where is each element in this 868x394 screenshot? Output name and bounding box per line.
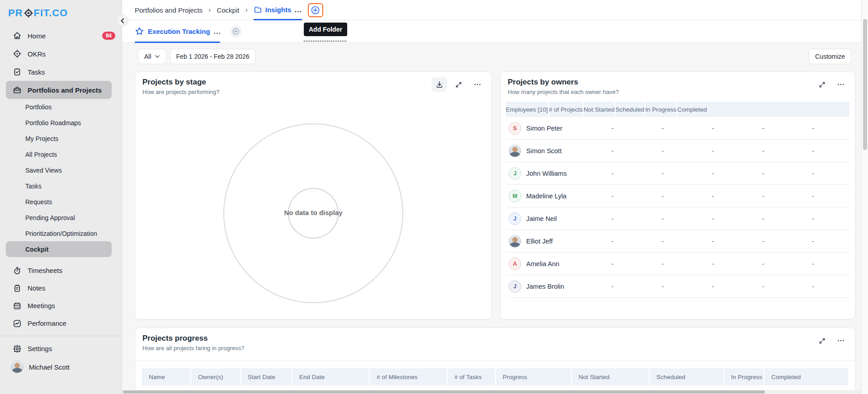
profit-co-logo[interactable]: PR FIT.CO bbox=[0, 0, 122, 20]
notepad-icon bbox=[13, 284, 22, 293]
cell-not-started: - bbox=[662, 283, 712, 290]
sidebar-nav: Home 94 OKRs Tasks Portfolios and Projec… bbox=[0, 27, 122, 376]
table-row[interactable]: J James Brolin - - - - - bbox=[506, 275, 849, 298]
add-folder-button[interactable] bbox=[308, 3, 323, 17]
column-header[interactable]: In Progress bbox=[723, 368, 764, 385]
breadcrumb-item-cockpit[interactable]: Cockpit bbox=[217, 6, 239, 14]
sidebar-subitem[interactable]: Cockpit bbox=[6, 241, 112, 257]
expand-icon bbox=[818, 81, 826, 89]
cell-num-projects: - bbox=[611, 147, 661, 155]
sidebar-item-okrs[interactable]: OKRs bbox=[0, 45, 122, 63]
column-header[interactable]: Completed bbox=[676, 102, 707, 117]
sidebar-item-timesheets[interactable]: Timesheets bbox=[0, 262, 122, 279]
avatar: J bbox=[509, 167, 521, 180]
column-header[interactable]: Completed bbox=[764, 368, 801, 385]
tab-options-icon[interactable]: ... bbox=[214, 28, 221, 36]
sidebar-collapse-button[interactable] bbox=[116, 14, 128, 27]
card-menu-button[interactable] bbox=[833, 77, 849, 92]
sidebar-subitem[interactable]: Portfolio Roadmaps bbox=[0, 115, 122, 131]
sidebar-item-notes[interactable]: Notes bbox=[0, 279, 122, 297]
tooltip-dotted-underline bbox=[304, 41, 346, 42]
expand-button[interactable] bbox=[814, 77, 830, 92]
table-row[interactable]: Simon Scott - - - - - bbox=[506, 140, 849, 162]
sidebar-item-performance[interactable]: Performance bbox=[0, 314, 122, 332]
sidebar-subitem[interactable]: Portfolios bbox=[0, 99, 122, 115]
column-header[interactable]: Employees [10] bbox=[506, 102, 548, 117]
sidebar-item-home[interactable]: Home 94 bbox=[0, 27, 122, 45]
star-icon bbox=[135, 27, 144, 36]
sidebar-subitem-label: All Projects bbox=[25, 151, 57, 158]
calendar-icon bbox=[13, 301, 22, 310]
column-header[interactable]: Scheduled bbox=[649, 368, 723, 385]
tab-execution-tracking[interactable]: Execution Tracking ... bbox=[135, 27, 221, 36]
column-header[interactable]: End Date bbox=[292, 368, 369, 385]
cell-scheduled: - bbox=[712, 238, 762, 245]
table-row[interactable]: M Madeline Lyla - - - - - bbox=[506, 185, 849, 207]
logo-text-right: FIT.CO bbox=[34, 8, 68, 18]
cell-in-progress: - bbox=[762, 170, 812, 177]
ellipsis-icon bbox=[837, 80, 845, 89]
expand-button[interactable] bbox=[814, 333, 830, 348]
avatar bbox=[11, 361, 24, 373]
plus-circle-icon bbox=[311, 5, 320, 15]
table-row[interactable]: J Jaime Neil - - - - - bbox=[506, 207, 849, 230]
card-menu-button[interactable] bbox=[833, 333, 849, 348]
sidebar-subitem[interactable]: All Projects bbox=[0, 146, 122, 162]
employee-name: Madeline Lyla bbox=[526, 192, 566, 200]
customize-button[interactable]: Customize bbox=[809, 49, 851, 64]
vertical-scrollbar[interactable] bbox=[861, 0, 868, 394]
sidebar-item-label: Tasks bbox=[28, 68, 45, 76]
sidebar-user-profile[interactable]: Michael Scott bbox=[0, 357, 122, 376]
ellipsis-icon bbox=[837, 337, 845, 345]
sidebar-subitem[interactable]: Saved Views bbox=[0, 162, 122, 178]
folder-tab-insights[interactable]: Insights ... bbox=[254, 0, 302, 20]
gear-icon bbox=[13, 344, 22, 353]
column-header[interactable]: # of Milestones bbox=[369, 368, 447, 385]
dashboard-tabs: Execution Tracking ... bbox=[122, 20, 861, 43]
projects-by-stage-card: Projects by stage How are projects perfo… bbox=[135, 71, 492, 319]
table-row[interactable]: J John Williams - - - - - bbox=[506, 162, 849, 185]
sidebar-subitem[interactable]: Tasks bbox=[0, 178, 122, 194]
card-title: Projects progress bbox=[142, 334, 849, 343]
sidebar-item-meetings[interactable]: Meetings bbox=[0, 297, 122, 314]
add-tab-button[interactable] bbox=[230, 26, 242, 38]
owners-table: Employees [10] # of Projects Not Started… bbox=[506, 102, 849, 298]
column-header[interactable]: Scheduled bbox=[614, 102, 644, 117]
cell-completed: - bbox=[812, 260, 849, 267]
scope-filter-dropdown[interactable]: All bbox=[138, 49, 166, 64]
folder-options-icon[interactable]: ... bbox=[294, 6, 302, 14]
cell-completed: - bbox=[812, 170, 849, 177]
table-row[interactable]: Elliot Jeff - - - - - bbox=[506, 230, 849, 253]
horizontal-scrollbar[interactable] bbox=[122, 390, 861, 394]
okrs-target-icon bbox=[13, 49, 22, 58]
sidebar-subitem[interactable]: My Projects bbox=[0, 131, 122, 146]
sidebar-subitem[interactable]: Prioritization/Optimization bbox=[0, 225, 122, 241]
column-header[interactable]: Progress bbox=[495, 368, 571, 385]
sidebar-subitem[interactable]: Requests bbox=[0, 194, 122, 210]
stage-donut-chart: No data to display bbox=[135, 72, 491, 319]
column-header[interactable]: Start Date bbox=[240, 368, 292, 385]
date-range-button[interactable]: Feb 1 2026 - Feb 28 2026 bbox=[170, 49, 256, 64]
column-header[interactable]: Not Started bbox=[571, 368, 649, 385]
sidebar-item-label: Timesheets bbox=[28, 267, 62, 274]
sidebar-subitem[interactable]: Pending Approval bbox=[0, 210, 122, 225]
breadcrumb-item-portfolios[interactable]: Portfolios and Projects bbox=[135, 6, 203, 14]
column-header[interactable]: In Progress bbox=[644, 102, 676, 117]
sidebar-item-settings[interactable]: Settings bbox=[0, 340, 122, 357]
table-row[interactable]: A Amelia Ann - - - - - bbox=[506, 253, 849, 275]
add-folder-tooltip: Add Folder bbox=[304, 23, 347, 36]
avatar: S bbox=[509, 122, 521, 135]
column-header[interactable]: Owner(s) bbox=[190, 368, 240, 385]
horizontal-scrollbar-thumb[interactable] bbox=[123, 390, 765, 394]
cell-num-projects: - bbox=[611, 170, 661, 177]
column-header[interactable]: Name bbox=[142, 368, 190, 385]
main-area: Portfolios and Projects › Cockpit › Insi… bbox=[122, 0, 861, 394]
vertical-scrollbar-thumb[interactable] bbox=[863, 19, 867, 150]
column-header[interactable]: Not Started bbox=[583, 102, 614, 117]
column-header[interactable]: # of Projects bbox=[548, 102, 583, 117]
table-row[interactable]: S Simon Peter - - - - - bbox=[506, 117, 849, 140]
sidebar-item-tasks[interactable]: Tasks bbox=[0, 63, 122, 81]
column-header[interactable]: # of Tasks bbox=[447, 368, 495, 385]
sidebar-item-portfolios-and-projects[interactable]: Portfolios and Projects bbox=[6, 81, 112, 99]
sidebar-item-label: Meetings bbox=[28, 302, 55, 310]
